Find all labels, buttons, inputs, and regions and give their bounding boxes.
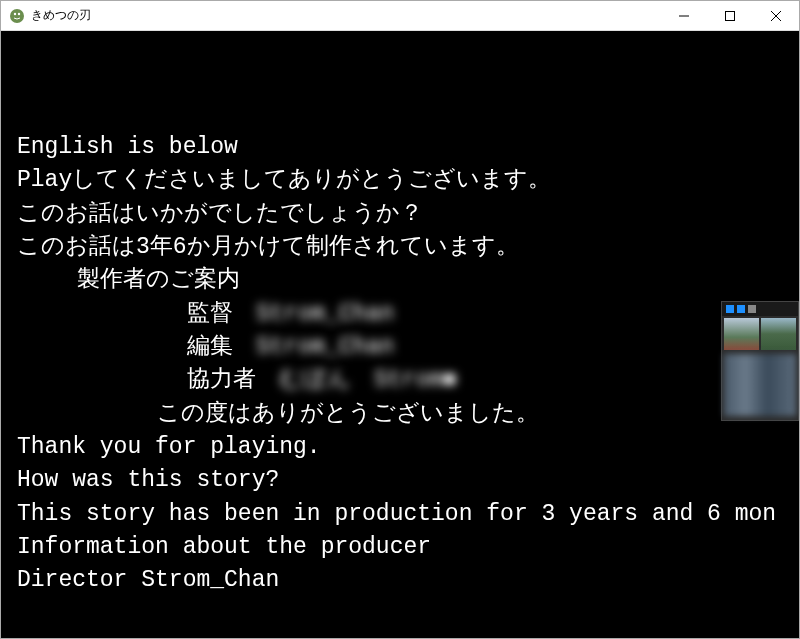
director-row: 監督 Strom_Chan [17, 298, 783, 331]
svg-point-1 [14, 12, 16, 14]
english-line: This story has been in production for 3 … [17, 498, 783, 531]
credit-line: このお話は3年6か月かけて制作されています。 [17, 231, 783, 264]
overlay-header-icon [748, 305, 756, 313]
window-title: きめつの刃 [31, 7, 661, 24]
editor-label: 編集 [187, 334, 233, 360]
overlay-header-icon [726, 305, 734, 313]
close-button[interactable] [753, 1, 799, 31]
producer-heading: 製作者のご案内 [17, 264, 783, 297]
window-controls [661, 1, 799, 30]
overlay-header [722, 302, 798, 316]
director-label: 監督 [187, 301, 233, 327]
collaborator-row: 協力者 むぼん Strom■ [17, 364, 783, 397]
credit-line: このお話はいかがでしたでしょうか？ [17, 198, 783, 231]
credit-line: Playしてくださいましてありがとうございます。 [17, 164, 783, 197]
titlebar[interactable]: きめつの刃 [1, 1, 799, 31]
credit-line: English is below [17, 131, 783, 164]
collaborator-name: むぼん Strom■ [279, 364, 457, 397]
collaborator-label: 協力者 [187, 367, 256, 393]
thumbnail-image[interactable] [761, 318, 796, 350]
editor-name: Strom_Chan [256, 331, 394, 364]
svg-point-2 [18, 12, 20, 14]
english-line: Thank you for playing. [17, 431, 783, 464]
maximize-button[interactable] [707, 1, 753, 31]
director-name: Strom_Chan [256, 298, 394, 331]
app-icon [9, 8, 25, 24]
thumbnail-grid [722, 316, 798, 352]
thumbnail-image[interactable] [724, 318, 759, 350]
overlay-header-icon [737, 305, 745, 313]
game-credits-screen: English is below Playしてくださいましてありがとうございます… [1, 31, 799, 638]
thumbnail-image-wide[interactable] [724, 354, 796, 416]
thumbnail-overlay-panel[interactable] [721, 301, 799, 421]
thanks-line: この度はありがとうございました。 [17, 398, 783, 431]
english-line: Director Strom_Chan [17, 564, 783, 597]
english-line: Information about the producer [17, 531, 783, 564]
app-window: きめつの刃 English is below Playしてくださいましてありがと… [0, 0, 800, 639]
svg-point-0 [10, 9, 24, 23]
svg-rect-4 [726, 12, 735, 21]
minimize-button[interactable] [661, 1, 707, 31]
english-line: How was this story? [17, 464, 783, 497]
editor-row: 編集 Strom_Chan [17, 331, 783, 364]
